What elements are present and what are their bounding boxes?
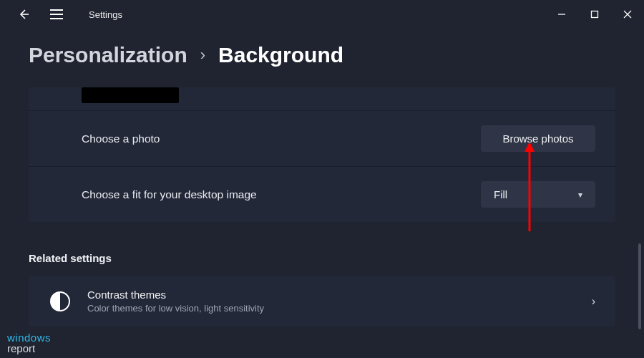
- breadcrumb-parent[interactable]: Personalization: [29, 43, 187, 67]
- preview-thumbnail-row: [29, 87, 615, 110]
- contrast-themes-link[interactable]: Contrast themes Color themes for low vis…: [29, 276, 615, 326]
- close-button[interactable]: [611, 0, 644, 29]
- watermark-line1: windows: [7, 332, 51, 343]
- svg-rect-2: [592, 11, 598, 18]
- contrast-themes-text: Contrast themes Color themes for low vis…: [87, 289, 575, 314]
- choose-photo-row: Choose a photo Browse photos: [29, 110, 615, 166]
- choose-photo-label: Choose a photo: [82, 132, 160, 145]
- chevron-down-icon: ▾: [578, 190, 582, 200]
- chevron-right-icon: ›: [592, 295, 595, 308]
- hamburger-menu-button[interactable]: [50, 9, 63, 19]
- fit-select-value: Fill: [494, 188, 507, 200]
- back-button[interactable]: [17, 8, 30, 21]
- background-settings-panel: Choose a photo Browse photos Choose a fi…: [29, 87, 615, 222]
- watermark-line2: report: [7, 343, 51, 354]
- window-controls: [545, 0, 644, 29]
- minimize-button[interactable]: [545, 0, 578, 29]
- maximize-button[interactable]: [578, 0, 611, 29]
- choose-fit-row: Choose a fit for your desktop image Fill…: [29, 166, 615, 222]
- contrast-themes-title: Contrast themes: [87, 289, 575, 301]
- fit-select[interactable]: Fill ▾: [481, 181, 595, 208]
- back-arrow-icon: [17, 8, 30, 21]
- contrast-icon: [50, 291, 70, 311]
- selected-photo-thumbnail[interactable]: [82, 87, 179, 103]
- page-title: Background: [218, 43, 343, 67]
- app-title: Settings: [89, 9, 122, 20]
- browse-photos-button[interactable]: Browse photos: [481, 125, 595, 152]
- minimize-icon: [557, 10, 566, 19]
- contrast-themes-description: Color themes for low vision, light sensi…: [87, 303, 575, 314]
- maximize-icon: [590, 10, 599, 19]
- vertical-scrollbar[interactable]: [638, 243, 641, 329]
- title-bar: Settings: [0, 0, 644, 29]
- close-icon: [623, 10, 632, 19]
- choose-fit-label: Choose a fit for your desktop image: [82, 188, 257, 201]
- breadcrumb: Personalization › Background: [0, 29, 644, 87]
- watermark: windows report: [7, 332, 51, 354]
- related-settings-heading: Related settings: [29, 252, 615, 264]
- chevron-right-icon: ›: [200, 46, 205, 64]
- title-bar-left: Settings: [17, 8, 122, 21]
